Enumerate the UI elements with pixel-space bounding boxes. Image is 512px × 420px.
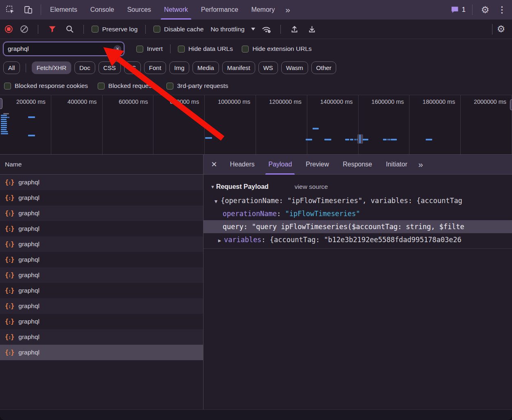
request-row[interactable]: {:}graphql — [0, 190, 203, 206]
overview-right-handle[interactable] — [510, 99, 512, 110]
request-row[interactable]: {:}graphql — [0, 252, 203, 267]
tab-elements[interactable]: Elements — [44, 0, 84, 20]
request-bar[interactable] — [426, 139, 432, 140]
request-bar[interactable] — [363, 139, 368, 140]
filter-input[interactable] — [3, 42, 124, 56]
detail-tab-payload[interactable]: Payload — [261, 155, 299, 175]
blocked-response-cookies-checkbox[interactable]: Blocked response cookies — [4, 82, 88, 90]
chip-img[interactable]: Img — [169, 61, 189, 74]
chip-js[interactable]: JS — [124, 61, 141, 74]
request-bar[interactable] — [383, 139, 387, 140]
request-bar[interactable] — [1, 117, 8, 118]
tab-performance[interactable]: Performance — [195, 0, 245, 20]
view-source-link[interactable]: view source — [295, 183, 328, 190]
chip-media[interactable]: Media — [193, 61, 219, 74]
disable-cache-checkbox[interactable]: Disable cache — [153, 26, 203, 33]
tab-console[interactable]: Console — [84, 0, 121, 20]
tab-memory[interactable]: Memory — [245, 0, 281, 20]
tab-sources[interactable]: Sources — [120, 0, 158, 20]
search-icon[interactable] — [63, 23, 76, 35]
request-bar[interactable] — [1, 125, 7, 126]
network-overview-timeline[interactable]: 200000 ms400000 ms600000 ms800000 ms1000… — [0, 95, 512, 155]
request-bar[interactable] — [306, 139, 312, 140]
chip-other[interactable]: Other — [311, 61, 337, 74]
throttling-dropdown[interactable]: No throttling — [210, 26, 255, 33]
payload-variables-row[interactable]: ▶variables: {accountTag: "b12e3b2192ee55… — [203, 233, 512, 246]
issues-counter[interactable]: 1 — [451, 6, 466, 14]
export-har-icon[interactable] — [306, 23, 318, 35]
request-bar[interactable] — [28, 116, 35, 118]
more-tabs-icon[interactable]: » — [281, 5, 293, 15]
inspect-element-icon[interactable] — [4, 4, 16, 16]
request-bar[interactable] — [1, 119, 7, 120]
device-toolbar-icon[interactable] — [22, 4, 34, 16]
close-icon[interactable]: ✕ — [205, 160, 223, 169]
request-bar[interactable] — [1, 121, 7, 122]
payload-root-row[interactable]: ▼{operationName: "ipFlowTimeseries", var… — [203, 194, 512, 207]
request-row[interactable]: {:}graphql — [0, 206, 203, 221]
request-bar[interactable] — [350, 139, 353, 140]
more-detail-tabs-icon[interactable]: » — [414, 160, 427, 169]
blocked-requests-checkbox[interactable]: Blocked requests — [98, 82, 157, 90]
request-bar[interactable] — [205, 137, 212, 139]
name-column-header[interactable]: Name — [0, 155, 203, 175]
request-bar[interactable] — [28, 135, 35, 136]
request-bar[interactable] — [1, 115, 7, 116]
chip-all[interactable]: All — [3, 61, 20, 74]
chip-font[interactable]: Font — [144, 61, 166, 74]
hide-data-urls-checkbox[interactable]: Hide data URLs — [178, 45, 233, 52]
chip-ws[interactable]: WS — [258, 61, 278, 74]
chip-doc[interactable]: Doc — [74, 61, 95, 74]
request-bar[interactable] — [1, 129, 7, 130]
clear-log-icon[interactable] — [18, 23, 30, 35]
request-bar[interactable] — [391, 139, 397, 140]
request-bar[interactable] — [354, 139, 356, 140]
request-bar[interactable] — [8, 117, 9, 118]
request-row[interactable]: {:}graphql — [0, 236, 203, 252]
selected-bar-line[interactable] — [359, 135, 361, 143]
request-row[interactable]: {:}graphql — [0, 314, 203, 329]
hide-extension-urls-checkbox[interactable]: Hide extension URLs — [242, 45, 312, 52]
clear-filter-icon[interactable]: ✕ — [114, 45, 121, 53]
request-bar[interactable] — [313, 128, 319, 129]
request-payload-section[interactable]: ▼ Request Payload view source — [203, 179, 512, 194]
request-row[interactable]: {:}graphql — [0, 329, 203, 345]
request-bar[interactable] — [1, 131, 8, 132]
kebab-menu-icon[interactable]: ⋮ — [495, 5, 509, 15]
record-button[interactable] — [5, 25, 13, 33]
payload-operationname-row[interactable]: operationName: "ipFlowTimeseries" — [203, 207, 512, 220]
preserve-log-checkbox[interactable]: Preserve log — [92, 26, 138, 33]
filter-funnel-icon[interactable] — [46, 23, 58, 35]
payload-query-row[interactable]: query: "query ipFlowTimeseries($accountT… — [203, 220, 512, 233]
chip-wasm[interactable]: Wasm — [281, 61, 308, 74]
request-bar[interactable] — [389, 139, 390, 140]
request-row[interactable]: {:}graphql — [0, 175, 203, 190]
detail-tab-response[interactable]: Response — [336, 155, 379, 175]
request-bar[interactable] — [387, 139, 389, 140]
request-row[interactable]: {:}graphql — [0, 267, 203, 283]
request-bar[interactable] — [1, 123, 7, 124]
request-bar[interactable] — [1, 133, 8, 134]
network-conditions-icon[interactable] — [260, 23, 273, 35]
request-bar[interactable] — [345, 139, 349, 140]
request-row[interactable]: {:}graphql — [0, 298, 203, 314]
3rd-party-requests-checkbox[interactable]: 3rd-party requests — [166, 82, 228, 90]
network-settings-gear-icon[interactable]: ⚙ — [495, 23, 507, 35]
detail-tab-preview[interactable]: Preview — [299, 155, 336, 175]
invert-checkbox[interactable]: Invert — [136, 45, 163, 52]
overview-left-handle[interactable] — [0, 98, 2, 109]
chip-css[interactable]: CSS — [98, 61, 121, 74]
chip-fetch-xhr[interactable]: Fetch/XHR — [32, 61, 71, 74]
settings-gear-icon[interactable]: ⚙ — [479, 4, 491, 16]
import-har-icon[interactable] — [289, 23, 301, 35]
detail-tab-headers[interactable]: Headers — [223, 155, 261, 175]
request-row[interactable]: {:}graphql — [0, 221, 203, 236]
tab-network[interactable]: Network — [158, 0, 195, 20]
request-bar[interactable] — [1, 127, 7, 128]
request-bar-gray[interactable] — [3, 113, 9, 114]
request-row[interactable]: {:}graphql — [0, 345, 203, 360]
request-row[interactable]: {:}graphql — [0, 283, 203, 298]
request-bar[interactable] — [324, 139, 331, 140]
detail-tab-initiator[interactable]: Initiator — [379, 155, 414, 175]
chip-manifest[interactable]: Manifest — [222, 61, 255, 74]
